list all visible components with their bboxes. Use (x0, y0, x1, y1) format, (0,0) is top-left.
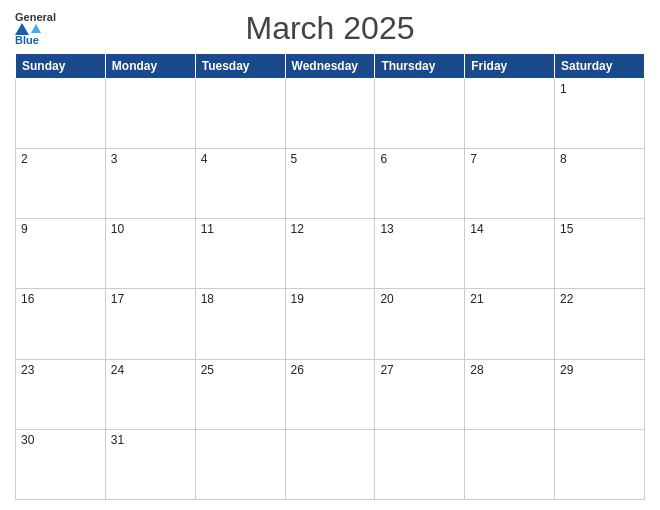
calendar-cell: 11 (195, 219, 285, 289)
calendar-week-2: 2345678 (16, 149, 645, 219)
calendar-cell (465, 79, 555, 149)
calendar-cell (105, 79, 195, 149)
calendar-cell: 10 (105, 219, 195, 289)
calendar-cell: 31 (105, 429, 195, 499)
day-number: 19 (291, 292, 304, 306)
calendar-cell (195, 79, 285, 149)
calendar-week-3: 9101112131415 (16, 219, 645, 289)
calendar-cell (195, 429, 285, 499)
day-number: 3 (111, 152, 118, 166)
day-number: 4 (201, 152, 208, 166)
day-number: 23 (21, 363, 34, 377)
day-number: 29 (560, 363, 573, 377)
day-number: 6 (380, 152, 387, 166)
day-number: 9 (21, 222, 28, 236)
header-monday: Monday (105, 54, 195, 79)
calendar-cell: 3 (105, 149, 195, 219)
header-sunday: Sunday (16, 54, 106, 79)
day-number: 26 (291, 363, 304, 377)
day-number: 12 (291, 222, 304, 236)
calendar-cell (285, 79, 375, 149)
calendar-cell: 23 (16, 359, 106, 429)
day-number: 30 (21, 433, 34, 447)
calendar-cell: 26 (285, 359, 375, 429)
weekday-header-row: Sunday Monday Tuesday Wednesday Thursday… (16, 54, 645, 79)
calendar-cell: 14 (465, 219, 555, 289)
day-number: 24 (111, 363, 124, 377)
day-number: 25 (201, 363, 214, 377)
day-number: 7 (470, 152, 477, 166)
calendar-cell (555, 429, 645, 499)
calendar-cell (465, 429, 555, 499)
calendar-cell: 28 (465, 359, 555, 429)
calendar-cell: 5 (285, 149, 375, 219)
calendar-cell: 30 (16, 429, 106, 499)
header-thursday: Thursday (375, 54, 465, 79)
calendar-cell (375, 429, 465, 499)
calendar-week-4: 16171819202122 (16, 289, 645, 359)
calendar-week-6: 3031 (16, 429, 645, 499)
calendar-body: 1234567891011121314151617181920212223242… (16, 79, 645, 500)
calendar-cell: 21 (465, 289, 555, 359)
calendar-cell: 12 (285, 219, 375, 289)
calendar-cell: 22 (555, 289, 645, 359)
logo-general: General (15, 12, 56, 23)
day-number: 31 (111, 433, 124, 447)
calendar-cell: 15 (555, 219, 645, 289)
logo-triangle-dark (15, 23, 29, 35)
day-number: 22 (560, 292, 573, 306)
logo: General Blue (15, 12, 56, 46)
day-number: 27 (380, 363, 393, 377)
header-saturday: Saturday (555, 54, 645, 79)
calendar-cell (16, 79, 106, 149)
logo-icon-row (15, 23, 41, 35)
calendar-week-5: 23242526272829 (16, 359, 645, 429)
calendar-cell: 25 (195, 359, 285, 429)
header-wednesday: Wednesday (285, 54, 375, 79)
day-number: 5 (291, 152, 298, 166)
day-number: 20 (380, 292, 393, 306)
calendar-week-1: 1 (16, 79, 645, 149)
day-number: 13 (380, 222, 393, 236)
calendar-cell: 4 (195, 149, 285, 219)
header-tuesday: Tuesday (195, 54, 285, 79)
calendar-cell: 18 (195, 289, 285, 359)
calendar-cell: 29 (555, 359, 645, 429)
logo-triangle-light (31, 24, 41, 33)
day-number: 17 (111, 292, 124, 306)
day-number: 2 (21, 152, 28, 166)
day-number: 16 (21, 292, 34, 306)
calendar-cell: 2 (16, 149, 106, 219)
calendar-cell: 1 (555, 79, 645, 149)
calendar-cell: 19 (285, 289, 375, 359)
logo-blue: Blue (15, 35, 39, 46)
calendar-cell: 8 (555, 149, 645, 219)
day-number: 1 (560, 82, 567, 96)
day-number: 28 (470, 363, 483, 377)
day-number: 10 (111, 222, 124, 236)
calendar-cell: 24 (105, 359, 195, 429)
day-number: 21 (470, 292, 483, 306)
calendar-cell: 6 (375, 149, 465, 219)
day-number: 15 (560, 222, 573, 236)
calendar-cell: 16 (16, 289, 106, 359)
calendar-cell: 13 (375, 219, 465, 289)
header-row: General Blue March 2025 (15, 10, 645, 47)
calendar-title: March 2025 (246, 10, 415, 47)
calendar-cell (285, 429, 375, 499)
calendar-cell: 17 (105, 289, 195, 359)
calendar-cell (375, 79, 465, 149)
day-number: 8 (560, 152, 567, 166)
calendar-cell: 9 (16, 219, 106, 289)
header-friday: Friday (465, 54, 555, 79)
day-number: 14 (470, 222, 483, 236)
day-number: 11 (201, 222, 214, 236)
calendar-cell: 27 (375, 359, 465, 429)
calendar-cell: 7 (465, 149, 555, 219)
calendar-cell: 20 (375, 289, 465, 359)
day-number: 18 (201, 292, 214, 306)
calendar-table: Sunday Monday Tuesday Wednesday Thursday… (15, 53, 645, 500)
